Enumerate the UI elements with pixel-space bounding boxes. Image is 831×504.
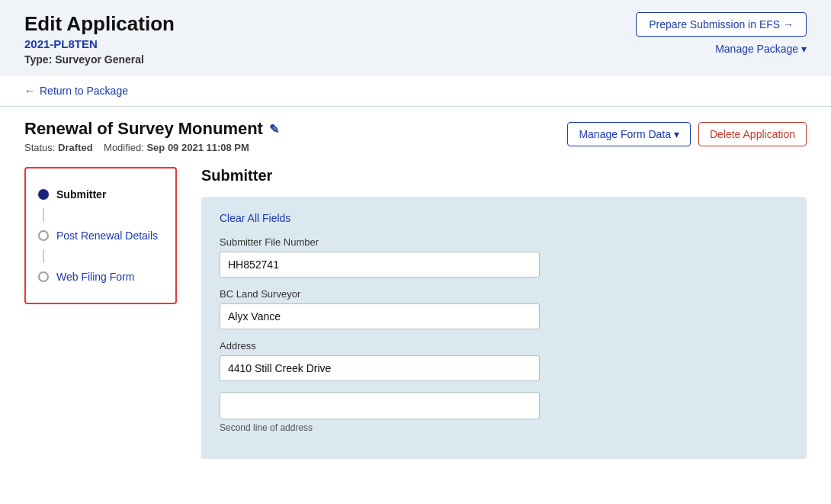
status-value: Drafted: [58, 142, 93, 153]
form-status-row: Status: Drafted Modified: Sep 09 2021 11…: [24, 142, 279, 153]
sidebar-connector-1: [43, 208, 44, 222]
edit-title-icon[interactable]: ✎: [269, 122, 279, 136]
type-value: Surveyor General: [55, 53, 144, 66]
form-title-row: Renewal of Survey Monument ✎: [24, 119, 279, 139]
modified-value: Sep 09 2021 11:08 PM: [146, 142, 249, 153]
sidebar-label-post-renewal: Post Renewal Details: [56, 230, 158, 242]
sidebar-item-submitter[interactable]: Submitter: [26, 181, 175, 208]
form-actions: Manage Form Data ▾ Delete Application: [567, 122, 807, 146]
page-title: Edit Application: [24, 12, 175, 36]
return-to-package-link[interactable]: ← Return to Package: [24, 85, 128, 97]
prepare-submission-button[interactable]: Prepare Submission in EFS →: [636, 12, 807, 37]
field-group-address-line2: Second line of address: [220, 392, 788, 433]
sidebar-item-post-renewal[interactable]: Post Renewal Details: [26, 222, 175, 249]
input-address-line1[interactable]: [220, 355, 540, 381]
sidebar-dot-post-renewal: [38, 230, 49, 241]
form-title-text: Renewal of Survey Monument: [24, 119, 263, 139]
breadcrumb-bar: ← Return to Package: [0, 75, 831, 106]
page-header: Edit Application 2021-PL8TEN Type: Surve…: [0, 0, 831, 75]
field-group-submitter-file-number: Submitter File Number: [220, 236, 788, 278]
label-submitter-file-number: Submitter File Number: [220, 236, 788, 248]
main-content: Submitter Post Renewal Details Web Filin…: [0, 161, 831, 483]
form-header: Renewal of Survey Monument ✎ Status: Dra…: [0, 107, 831, 161]
sidebar: Submitter Post Renewal Details Web Filin…: [24, 167, 177, 304]
modified-label: Modified:: [104, 142, 144, 153]
form-section-title: Submitter: [201, 167, 807, 185]
breadcrumb-arrow: ←: [24, 85, 35, 97]
form-card: Clear All Fields Submitter File Number B…: [201, 197, 807, 459]
form-title-group: Renewal of Survey Monument ✎ Status: Dra…: [24, 119, 279, 153]
manage-package-link[interactable]: Manage Package ▾: [715, 43, 807, 55]
sidebar-label-submitter: Submitter: [56, 188, 106, 201]
app-id: 2021-PL8TEN: [24, 37, 175, 50]
sidebar-dot-web-filing: [38, 271, 49, 282]
label-bc-land-surveyor: BC Land Surveyor: [220, 288, 788, 300]
status-label: Status:: [24, 142, 55, 153]
sidebar-item-web-filing[interactable]: Web Filing Form: [26, 263, 175, 291]
label-address: Address: [220, 340, 788, 352]
field-group-bc-land-surveyor: BC Land Surveyor: [220, 288, 788, 329]
form-area: Submitter Clear All Fields Submitter Fil…: [177, 161, 807, 459]
input-bc-land-surveyor[interactable]: [220, 303, 540, 329]
sidebar-dot-submitter: [38, 189, 49, 200]
second-line-label: Second line of address: [220, 422, 788, 433]
field-group-address: Address: [220, 340, 788, 381]
type-label: Type:: [24, 53, 52, 66]
breadcrumb-label: Return to Package: [40, 85, 128, 97]
input-address-line2[interactable]: [220, 392, 540, 419]
header-left: Edit Application 2021-PL8TEN Type: Surve…: [24, 12, 175, 66]
app-type: Type: Surveyor General: [24, 53, 175, 66]
delete-application-button[interactable]: Delete Application: [698, 122, 807, 146]
input-submitter-file-number[interactable]: [220, 252, 540, 278]
sidebar-label-web-filing: Web Filing Form: [56, 271, 134, 283]
manage-form-data-button[interactable]: Manage Form Data ▾: [567, 122, 691, 146]
clear-all-fields-link[interactable]: Clear All Fields: [220, 212, 290, 224]
sidebar-connector-2: [43, 249, 44, 263]
header-right: Prepare Submission in EFS → Manage Packa…: [636, 12, 807, 55]
